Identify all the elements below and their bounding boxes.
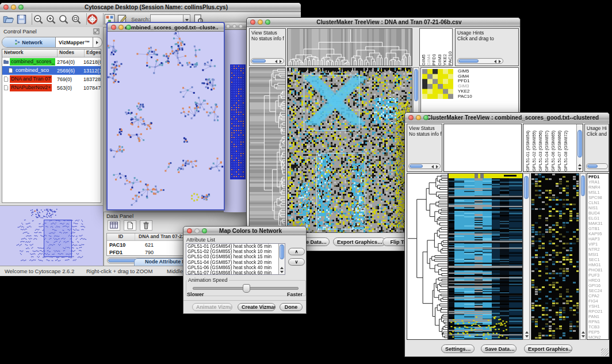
attribute-list-item[interactable]: GPL51-01 (GSM854) heat shock 05 min bbox=[186, 244, 278, 249]
scroll-down-icon[interactable] bbox=[525, 335, 529, 338]
data-table-icon-button[interactable] bbox=[108, 220, 120, 231]
usage-hints-scroll-thumb[interactable] bbox=[587, 164, 598, 168]
create-vizmap-button[interactable]: Create Vizmap bbox=[238, 303, 276, 311]
usage-hints-scroll-thumb[interactable] bbox=[458, 59, 479, 63]
column-labels-scrollbar[interactable] bbox=[576, 124, 583, 171]
scroll-right-icon[interactable] bbox=[436, 165, 438, 168]
animation-speed-slider[interactable] bbox=[193, 287, 299, 290]
scroll-left-icon[interactable] bbox=[431, 165, 434, 168]
column-dendrogram-canvas[interactable] bbox=[288, 29, 412, 66]
scroll-up-icon[interactable] bbox=[582, 331, 585, 334]
attribute-listbox[interactable]: GPL51-01 (GSM854) heat shock 05 minGPL51… bbox=[186, 243, 285, 275]
zoom-fit-icon[interactable] bbox=[71, 14, 82, 25]
minimize-button[interactable] bbox=[258, 20, 263, 25]
row-dendrogram-panel[interactable] bbox=[407, 173, 448, 340]
save-data-button[interactable]: Save Data… bbox=[481, 344, 517, 353]
save-icon[interactable] bbox=[16, 14, 27, 25]
zoom-button[interactable] bbox=[239, 24, 243, 28]
zoom-button[interactable] bbox=[202, 228, 207, 233]
close-button[interactable] bbox=[111, 25, 116, 30]
export-graphics-button[interactable]: Export Graphics… bbox=[333, 237, 386, 246]
attribute-list-item[interactable]: GPL51-02 (GSM855) heat shock 10 min bbox=[186, 249, 278, 254]
column-header-edges[interactable]: Edges bbox=[85, 49, 101, 57]
tab-network[interactable]: Network bbox=[2, 37, 56, 47]
move-up-button[interactable]: ∧ bbox=[288, 248, 305, 255]
treeview-dna-titlebar[interactable]: ClusterMaker TreeView : DNA and Tran 07-… bbox=[247, 18, 520, 27]
usage-hints-scrollbar[interactable] bbox=[586, 163, 608, 169]
birdseye-canvas[interactable] bbox=[0, 206, 103, 267]
scroll-down-icon[interactable] bbox=[280, 271, 284, 273]
tab-overflow-button[interactable] bbox=[93, 37, 102, 47]
global-heatmap-panel[interactable] bbox=[448, 173, 523, 340]
attribute-list-item[interactable]: GPL51-06 (GSM865) heat shock 40 min bbox=[186, 265, 278, 270]
view-status-scrollbar[interactable] bbox=[408, 163, 441, 169]
scroll-up-icon[interactable] bbox=[525, 331, 529, 334]
gene-list-scrollbar[interactable] bbox=[580, 173, 586, 340]
column-dendrogram-panel[interactable] bbox=[443, 124, 522, 172]
zoom-out-icon[interactable] bbox=[33, 14, 44, 25]
column-dendrogram-panel[interactable] bbox=[287, 28, 412, 66]
network-table-row[interactable]: combined_scores_2764(0)16218(0) bbox=[2, 58, 101, 66]
close-button[interactable] bbox=[3, 5, 9, 10]
column-header-network[interactable]: Network bbox=[2, 49, 58, 57]
zoom-selected-icon[interactable] bbox=[58, 14, 69, 25]
global-heatmap-canvas[interactable] bbox=[288, 68, 412, 232]
heatmap-vscroll-thumb[interactable] bbox=[414, 69, 418, 101]
minimize-button[interactable] bbox=[416, 115, 421, 120]
zoom-heatmap-canvas[interactable] bbox=[422, 69, 453, 99]
network-table-row[interactable]: RNAPuberNov2+563(0)107847(0) bbox=[2, 83, 101, 92]
resize-grip[interactable] bbox=[601, 348, 609, 356]
minimize-button[interactable] bbox=[118, 25, 124, 30]
heatmap-vscroll-thumb[interactable] bbox=[524, 176, 529, 199]
settings-button[interactable]: Settings… bbox=[441, 344, 475, 353]
export-graphics-button[interactable]: Export Graphics… bbox=[524, 344, 572, 353]
treeview-combined-titlebar[interactable]: ClusterMaker TreeView : combined_scores_… bbox=[405, 113, 609, 122]
float-panel-icon[interactable] bbox=[93, 28, 100, 35]
attribute-list-scrollbar[interactable] bbox=[278, 244, 285, 274]
delete-attribute-button[interactable] bbox=[140, 220, 152, 231]
network-table-row[interactable]: combined_sco2569(6)13112(15) bbox=[2, 66, 101, 75]
row-dendrogram-panel[interactable] bbox=[249, 67, 286, 233]
scroll-down-icon[interactable] bbox=[578, 168, 582, 170]
scroll-right-icon[interactable] bbox=[280, 60, 282, 63]
network-view-titlebar[interactable]: combined_scores_good.txt--cluste... bbox=[108, 23, 224, 32]
view-status-scroll-thumb[interactable] bbox=[252, 59, 266, 63]
network-table-row[interactable]: DNA and Tran 07769(0)183728(0) bbox=[2, 75, 101, 83]
move-down-button[interactable]: ∨ bbox=[288, 258, 305, 266]
row-dendrogram-canvas[interactable] bbox=[407, 174, 447, 339]
view-status-scroll-thumb[interactable] bbox=[410, 164, 423, 168]
zoom-button[interactable] bbox=[423, 115, 429, 120]
scroll-up-icon[interactable] bbox=[578, 164, 582, 166]
close-button[interactable] bbox=[408, 115, 414, 120]
scroll-left-icon[interactable] bbox=[494, 60, 496, 63]
scroll-left-icon[interactable] bbox=[275, 60, 277, 63]
zoom-button[interactable] bbox=[18, 5, 24, 10]
row-dendrogram-canvas[interactable] bbox=[250, 68, 285, 232]
minimize-button[interactable] bbox=[232, 24, 236, 28]
map-colors-titlebar[interactable]: Map Colors to Network bbox=[183, 227, 306, 235]
close-button[interactable] bbox=[250, 20, 255, 25]
open-folder-icon[interactable] bbox=[3, 14, 14, 25]
zoom-button[interactable] bbox=[126, 25, 131, 30]
minimize-button[interactable] bbox=[11, 5, 16, 10]
scroll-down-icon[interactable] bbox=[582, 335, 585, 338]
slider-thumb[interactable] bbox=[243, 284, 250, 293]
birdseye-panel[interactable] bbox=[0, 205, 103, 268]
network-canvas[interactable] bbox=[108, 32, 224, 209]
attribute-list-item[interactable]: GPL51-03 (GSM856) heat shock 15 min bbox=[186, 254, 278, 259]
usage-hints-scrollbar[interactable] bbox=[457, 58, 503, 64]
column-header-nodes[interactable]: Nodes bbox=[58, 49, 85, 57]
data-column-id[interactable]: ID bbox=[107, 233, 135, 240]
column-labels-scroll-thumb[interactable] bbox=[577, 130, 582, 158]
zoom-button[interactable] bbox=[265, 20, 270, 25]
animate-vizmap-button[interactable]: Animate Vizmap bbox=[192, 303, 232, 311]
help-lifering-icon[interactable] bbox=[87, 14, 98, 25]
heatmap-vscrollbar[interactable] bbox=[523, 173, 530, 340]
done-button[interactable]: Done bbox=[280, 303, 303, 311]
close-button[interactable] bbox=[226, 24, 230, 28]
new-attribute-button[interactable] bbox=[124, 220, 136, 231]
global-heatmap-panel[interactable] bbox=[287, 67, 412, 233]
minimize-button[interactable] bbox=[194, 228, 200, 233]
view-status-scrollbar[interactable] bbox=[251, 58, 284, 64]
zoom-heatmap-panel[interactable] bbox=[531, 173, 579, 340]
